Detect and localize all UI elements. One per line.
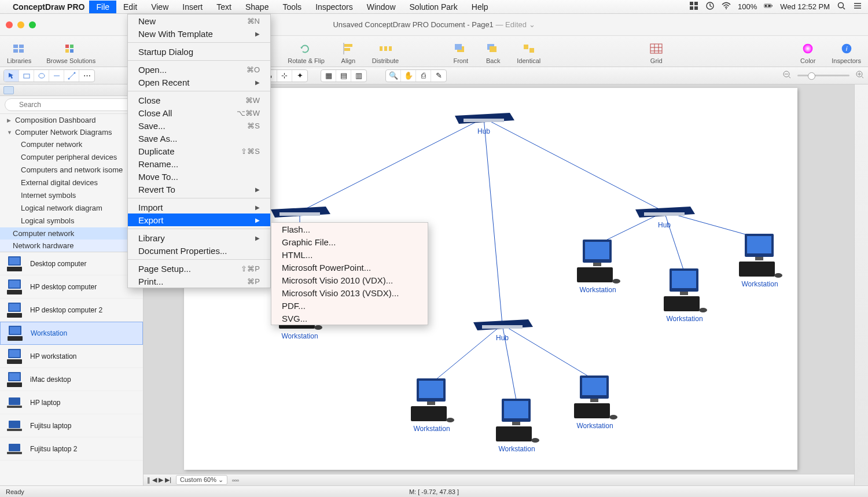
workstation-node[interactable] [409, 377, 455, 426]
pointer-tools[interactable]: ⋯ [3, 69, 95, 82]
menu-item-revert-to[interactable]: Revert To▶ [128, 183, 270, 196]
menu-help[interactable]: Help [465, 1, 495, 13]
menu-item-close[interactable]: Close⌘W [128, 94, 270, 106]
zoom-out-icon[interactable] [782, 70, 792, 81]
menu-item-page-setup-[interactable]: Page Setup...⇧⌘P [128, 262, 270, 275]
menu-item-import[interactable]: Import▶ [128, 201, 270, 213]
shape-item[interactable]: HP laptop [0, 391, 143, 414]
export-item-svg-[interactable]: SVG... [271, 312, 428, 325]
menu-item-open-recent[interactable]: Open Recent▶ [128, 76, 270, 89]
workstation-node[interactable] [572, 374, 618, 424]
page-tabs[interactable]: ▫▫▫ [232, 477, 239, 484]
menu-item-open-[interactable]: Open...⌘O [128, 63, 270, 76]
workstation-node[interactable] [661, 267, 708, 316]
shape-item[interactable]: HP desktop computer 2 [0, 299, 143, 322]
close-window-button[interactable] [6, 21, 13, 28]
menu-item-startup-dialog[interactable]: Startup Dialog [128, 45, 270, 58]
tree-subitem[interactable]: Computers and network isome [0, 164, 143, 176]
tree-item[interactable]: ▼Computer Network Diagrams [0, 126, 143, 138]
export-item-html-[interactable]: HTML... [271, 248, 428, 261]
tree-subitem[interactable]: Computer peripheral devices [0, 151, 143, 164]
workstation-node[interactable] [575, 238, 621, 288]
tree-subitem[interactable]: Computer network [0, 138, 143, 151]
menu-shape[interactable]: Shape [238, 1, 275, 13]
export-item-graphic-file-[interactable]: Graphic File... [271, 235, 428, 248]
menu-item-save-as-[interactable]: Save As... [128, 132, 270, 145]
tree-item[interactable]: ▶Composition Dashboard [0, 114, 143, 126]
menu-edit[interactable]: Edit [116, 1, 144, 13]
zoom-window-button[interactable] [29, 21, 36, 28]
tree-subitem[interactable]: Internet symbols [0, 189, 143, 202]
export-item-microsoft-visio-vdx-[interactable]: Microsoft Visio 2010 (VDX)... [271, 274, 428, 286]
identical-button[interactable]: Identical [517, 41, 540, 64]
color-button[interactable]: Color [799, 41, 816, 64]
export-item-microsoft-visio-vsdx-[interactable]: Microsoft Visio 2013 (VSDX)... [271, 286, 428, 299]
zoom-slider[interactable] [797, 75, 849, 76]
workstation-node[interactable] [737, 233, 783, 282]
menu-item-close-all[interactable]: Close All⌥⌘W [128, 106, 270, 119]
tree-subitem[interactable]: External digital devices [0, 176, 143, 189]
menu-item-move-to-[interactable]: Move To... [128, 170, 270, 183]
wifi-icon[interactable] [722, 1, 731, 12]
menu-text[interactable]: Text [209, 1, 238, 13]
align-button[interactable]: Align [340, 41, 357, 64]
grid-button[interactable]: Grid [648, 41, 665, 64]
toolbox-icon[interactable] [689, 1, 698, 12]
menu-item-export[interactable]: Export▶ [128, 213, 270, 226]
menu-file[interactable]: File [89, 1, 116, 13]
shape-item[interactable]: Desktop computer [0, 252, 143, 275]
workstation-node[interactable] [494, 397, 540, 447]
shape-item[interactable]: Fujitsu laptop [0, 414, 143, 437]
menu-item-rename-[interactable]: Rename... [128, 157, 270, 170]
libraries-button[interactable]: Libraries [7, 41, 31, 64]
export-item-microsoft-powerpoint-[interactable]: Microsoft PowerPoint... [271, 261, 428, 274]
tree-subitem[interactable]: Logical symbols [0, 215, 143, 227]
menu-item-duplicate[interactable]: Duplicate⇧⌘S [128, 145, 270, 157]
library-pane-header[interactable] [0, 84, 143, 96]
shape-item[interactable]: Fujitsu laptop 2 [0, 437, 143, 461]
menu-window[interactable]: Window [360, 1, 403, 13]
library-search-input[interactable] [5, 98, 138, 111]
right-panel-collapsed[interactable] [854, 84, 868, 485]
tree-item-selected[interactable]: Network hardware [0, 240, 143, 252]
shape-item[interactable]: Workstation [0, 322, 143, 345]
menu-tools[interactable]: Tools [275, 1, 308, 13]
shape-item[interactable]: iMac desktop [0, 368, 143, 391]
menu-item-print-[interactable]: Print...⌘P [128, 275, 270, 288]
hub-node[interactable] [632, 204, 696, 220]
menu-item-new-with-template[interactable]: New With Template▶ [128, 27, 270, 40]
zoom-in-icon[interactable] [855, 70, 865, 81]
layout-tools[interactable]: ▦▤▥ [321, 69, 367, 82]
menu-item-save-[interactable]: Save...⌘S [128, 119, 270, 132]
distribute-button[interactable]: Distribute [372, 41, 399, 64]
view-tools[interactable]: 🔍✋⎙✎ [385, 69, 447, 82]
rotate-flip-button[interactable]: Rotate & Flip [288, 41, 325, 64]
battery-icon[interactable] [764, 1, 773, 12]
menu-solution-park[interactable]: Solution Park [403, 1, 465, 13]
app-name[interactable]: ConceptDraw PRO [13, 2, 84, 12]
back-button[interactable]: Back [484, 41, 502, 64]
menu-view[interactable]: View [144, 1, 175, 13]
browse-solutions-button[interactable]: Browse Solutions [46, 41, 95, 64]
menu-icon[interactable] [853, 1, 862, 12]
tree-subitem[interactable]: Logical network diagram [0, 202, 143, 215]
page-nav[interactable]: ‖ ◀ ▶ ▶| [147, 476, 171, 484]
menu-inspectors[interactable]: Inspectors [308, 1, 360, 13]
clock-icon[interactable] [705, 1, 715, 12]
export-item-pdf-[interactable]: PDF... [271, 299, 428, 312]
menu-item-library[interactable]: Library▶ [128, 231, 270, 244]
hub-node[interactable] [452, 110, 516, 126]
hub-node[interactable] [268, 204, 332, 220]
front-button[interactable]: Front [452, 41, 469, 64]
menu-insert[interactable]: Insert [175, 1, 209, 13]
spotlight-icon[interactable] [837, 1, 846, 12]
hub-node[interactable] [470, 316, 534, 333]
menu-item-document-properties-[interactable]: Document Properties... [128, 244, 270, 257]
zoom-dropdown[interactable]: Custom 60% ⌄ [176, 475, 227, 485]
inspectors-button[interactable]: iInspectors [832, 41, 861, 64]
shape-item[interactable]: HP workstation [0, 345, 143, 368]
menu-item-new[interactable]: New⌘N [128, 14, 270, 27]
minimize-window-button[interactable] [17, 21, 24, 28]
export-item-flash-[interactable]: Flash... [271, 223, 428, 235]
tree-item-selected[interactable]: Computer network [0, 227, 143, 240]
